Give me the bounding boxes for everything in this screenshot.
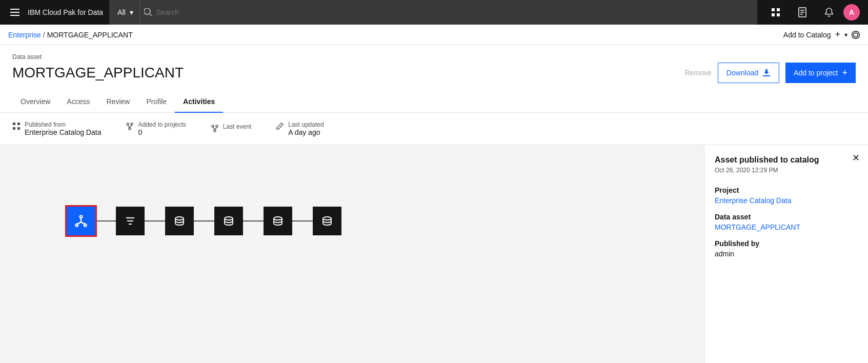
lineage-canvas[interactable] (0, 145, 704, 363)
stat-added-projects-label: Added to projects (138, 121, 186, 128)
fork-icon (126, 122, 134, 132)
asset-actions: Remove Download Add to project + (685, 63, 856, 83)
flow-connector-2 (145, 220, 165, 221)
panel-data-asset-label: Data asset (715, 213, 858, 221)
plus-icon: + (842, 68, 847, 77)
panel-event-title: Asset published to catalog (715, 155, 858, 165)
content-wrapper: Data asset MORTGAGE_APPLICANT Remove Dow… (0, 45, 868, 363)
avatar-initials: A (849, 8, 854, 16)
side-panel-close-button[interactable]: ✕ (852, 153, 860, 163)
remove-button[interactable]: Remove (685, 69, 712, 77)
add-to-project-label: Add to project (794, 69, 838, 77)
download-icon (762, 69, 771, 77)
svg-rect-8 (763, 75, 770, 76)
panel-published-by-section: Published by admin (715, 239, 858, 258)
chevron-down-icon: ▾ (130, 8, 133, 16)
stat-last-updated: Last updated A day ago (276, 121, 324, 136)
lineage-filter-node[interactable] (116, 207, 145, 235)
apps-icon-button[interactable] (763, 0, 788, 25)
stat-last-updated-value: A day ago (288, 128, 324, 136)
svg-line-16 (128, 125, 130, 128)
add-to-project-button[interactable]: Add to project + (785, 63, 856, 83)
lineage-source-node[interactable] (67, 207, 95, 235)
svg-point-35 (323, 217, 331, 220)
grid-icon (12, 122, 21, 132)
panel-project-section: Project Enterprise Catalog Data (715, 186, 858, 205)
panel-published-by-label: Published by (715, 239, 858, 248)
breadcrumb-parent-link[interactable]: Enterprise (8, 31, 41, 39)
panel-event-date: Oct 26, 2020 12:29 PM (715, 167, 858, 174)
panel-data-asset-value[interactable]: MORTGAGE_APPLICANT (715, 223, 800, 231)
breadcrumb-bar: Enterprise / MORTGAGE_APPLICANT Add to C… (0, 25, 868, 45)
svg-point-33 (225, 217, 233, 220)
avatar[interactable]: A (843, 4, 860, 21)
tab-activities[interactable]: Activities (175, 91, 223, 113)
stat-published-from: Published from Enterprise Catalog Data (12, 121, 101, 136)
stat-last-updated-label: Last updated (288, 121, 324, 128)
breadcrumb: Enterprise / MORTGAGE_APPLICANT (8, 31, 133, 39)
tabs-bar: Overview Access Review Profile Activitie… (0, 91, 868, 113)
breadcrumb-separator: / (43, 31, 45, 39)
download-button[interactable]: Download (718, 63, 779, 83)
svg-line-17 (130, 125, 132, 128)
svg-point-15 (129, 128, 131, 130)
stat-last-event-label: Last event (223, 123, 251, 130)
tab-access[interactable]: Access (58, 91, 98, 113)
svg-point-34 (274, 217, 282, 220)
chevron-down-icon[interactable]: ▾ (844, 31, 847, 38)
asset-title: MORTGAGE_APPLICANT (12, 65, 184, 81)
topnav-icon-group: A (763, 0, 860, 25)
panel-published-by-value: admin (715, 250, 858, 258)
search-bar: All ▾ (109, 0, 757, 25)
flow-connector-4 (243, 220, 264, 221)
flow-connector-3 (194, 220, 214, 221)
search-scope-label: All (117, 8, 126, 16)
lineage-db-node-1[interactable] (165, 207, 194, 235)
notifications-icon-button[interactable] (817, 0, 841, 25)
svg-rect-9 (13, 123, 15, 125)
asset-title-row: MORTGAGE_APPLICANT Remove Download Add t… (12, 63, 856, 91)
panel-data-asset-section: Data asset MORTGAGE_APPLICANT (715, 213, 858, 231)
panel-project-label: Project (715, 186, 858, 194)
svg-point-13 (127, 123, 129, 125)
tab-review[interactable]: Review (98, 91, 138, 113)
svg-line-28 (81, 222, 85, 224)
stat-published-from-label: Published from (25, 121, 101, 128)
tab-profile[interactable]: Profile (138, 91, 175, 113)
lineage-db-node-3[interactable] (264, 207, 292, 235)
tab-overview[interactable]: Overview (12, 91, 58, 113)
download-label: Download (726, 69, 758, 77)
svg-rect-11 (13, 127, 15, 130)
search-input[interactable] (156, 8, 749, 16)
lineage-db-node-4[interactable] (313, 207, 341, 235)
lineage-flow (67, 207, 341, 235)
stats-bar: Published from Enterprise Catalog Data A… (0, 113, 868, 145)
asset-header: Data asset MORTGAGE_APPLICANT Remove Dow… (0, 45, 868, 91)
lineage-db-node-2[interactable] (214, 207, 243, 235)
docs-icon-button[interactable] (790, 0, 815, 25)
svg-point-20 (214, 130, 216, 132)
hamburger-menu[interactable] (8, 7, 22, 18)
svg-rect-12 (17, 127, 20, 130)
svg-line-27 (77, 222, 81, 224)
search-icon (144, 8, 152, 16)
breadcrumb-actions: Add to Catalog + ▾ (783, 29, 860, 40)
stat-added-projects-value: 0 (138, 128, 186, 136)
search-scope-dropdown[interactable]: All ▾ (117, 0, 140, 25)
side-panel: ✕ Asset published to catalog Oct 26, 202… (704, 145, 868, 363)
svg-point-14 (131, 123, 133, 125)
settings-icon[interactable] (852, 31, 860, 39)
svg-line-21 (213, 127, 215, 130)
add-to-catalog-button[interactable]: Add to Catalog (783, 31, 831, 39)
breadcrumb-plus-button[interactable]: + (835, 29, 840, 40)
stat-added-to-projects: Added to projects 0 (126, 121, 186, 136)
stat-published-from-value: Enterprise Catalog Data (25, 128, 101, 136)
top-navigation: IBM Cloud Pak for Data All ▾ (0, 0, 868, 25)
activity-area: ✕ Asset published to catalog Oct 26, 202… (0, 145, 868, 363)
svg-point-23 (80, 216, 83, 218)
svg-point-18 (212, 125, 214, 127)
panel-project-value[interactable]: Enterprise Catalog Data (715, 196, 791, 205)
svg-point-32 (175, 217, 184, 220)
svg-rect-1 (777, 8, 780, 11)
event-icon (211, 124, 219, 134)
